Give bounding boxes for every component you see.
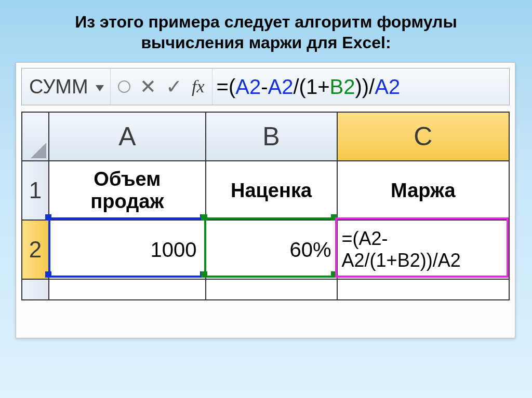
formula-plus: +: [317, 75, 329, 99]
formula-lpar2: (: [299, 75, 306, 99]
cell-b3[interactable]: [206, 279, 337, 300]
cancel-icon[interactable]: ✕: [140, 75, 156, 98]
name-box[interactable]: СУММ: [22, 68, 111, 105]
col-header-c[interactable]: C: [337, 112, 509, 161]
formula-bar: СУММ ✕ ✓ fx =(A2-A2/(1+B2))/A2: [21, 68, 510, 105]
spreadsheet-grid: A B C 1 Объем продаж Наценка Маржа 2 100…: [21, 112, 510, 300]
formula-ref-a2-2: A2: [268, 75, 294, 99]
enter-icon[interactable]: ✓: [166, 75, 182, 98]
formula-bar-buttons: ✕ ✓ fx: [111, 68, 212, 105]
name-box-value: СУММ: [29, 76, 88, 98]
formula-slash2: /: [369, 75, 375, 99]
col-header-a[interactable]: A: [49, 112, 205, 161]
row-header-1[interactable]: 1: [22, 161, 49, 220]
record-icon: [118, 80, 130, 93]
fx-icon[interactable]: fx: [192, 77, 205, 97]
formula-lpar: (: [229, 75, 235, 99]
formula-ref-b2: B2: [330, 75, 355, 99]
select-all-corner[interactable]: [22, 112, 49, 161]
cell-c1[interactable]: Маржа: [337, 161, 509, 220]
slide-title: Из этого примера следует алгоритм формул…: [32, 11, 500, 53]
formula-slash1: /: [293, 75, 299, 99]
formula-eq: =: [217, 75, 229, 99]
formula-ref-a2-1: A2: [235, 75, 261, 99]
dropdown-icon[interactable]: [96, 85, 104, 91]
formula-input[interactable]: =(A2-A2/(1+B2))/A2: [212, 68, 509, 105]
row-header-3[interactable]: [22, 279, 49, 300]
formula-rpar: ): [362, 75, 369, 99]
excel-screenshot: СУММ ✕ ✓ fx =(A2-A2/(1+B2))/A2 A: [16, 62, 515, 338]
formula-rpar2: ): [355, 75, 362, 99]
cell-c2[interactable]: =(A2-A2/(1+B2))/A2: [337, 220, 509, 279]
col-header-b[interactable]: B: [206, 112, 337, 161]
row-header-2[interactable]: 2: [22, 220, 49, 279]
cell-b2[interactable]: 60%: [206, 220, 337, 279]
formula-minus: -: [261, 75, 268, 99]
cell-b1[interactable]: Наценка: [206, 161, 337, 220]
cell-c3[interactable]: [337, 279, 509, 300]
grid-table: A B C 1 Объем продаж Наценка Маржа 2 100…: [21, 112, 510, 300]
cell-a2[interactable]: 1000: [49, 220, 205, 279]
cell-a1[interactable]: Объем продаж: [49, 161, 205, 220]
formula-ref-a2-3: A2: [375, 75, 400, 99]
formula-one: 1: [306, 75, 317, 99]
cell-a3[interactable]: [49, 279, 205, 300]
